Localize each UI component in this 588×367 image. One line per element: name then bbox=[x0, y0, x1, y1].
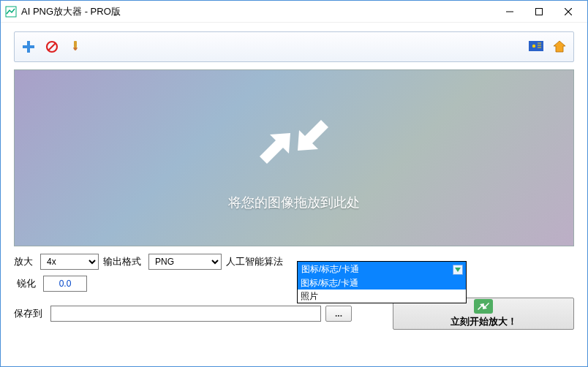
controls-row3: 保存到 ... 立刻开始放大！ bbox=[14, 298, 574, 330]
algorithm-dropdown[interactable]: 图标/标志/卡通 图标/标志/卡通 照片 bbox=[297, 261, 467, 303]
svg-rect-6 bbox=[23, 45, 34, 48]
sharpen-input[interactable] bbox=[43, 276, 87, 292]
format-label: 输出格式 bbox=[103, 255, 144, 268]
svg-rect-10 bbox=[529, 41, 543, 51]
minimize-button[interactable] bbox=[495, 1, 524, 22]
clear-button[interactable] bbox=[44, 39, 60, 55]
enlarge-label: 放大 bbox=[14, 255, 36, 268]
format-select[interactable]: PNG bbox=[148, 254, 222, 270]
brush-button[interactable] bbox=[67, 39, 83, 55]
algorithm-selected-text: 图标/标志/卡通 bbox=[301, 263, 359, 276]
svg-marker-19 bbox=[455, 268, 461, 272]
browse-button[interactable]: ... bbox=[325, 306, 352, 322]
app-window: AI PNG放大器 - PRO版 bbox=[0, 0, 588, 367]
flag-icon bbox=[529, 41, 543, 53]
svg-rect-2 bbox=[536, 8, 543, 15]
home-button[interactable] bbox=[551, 39, 568, 55]
chevron-down-icon bbox=[453, 265, 463, 275]
algorithm-option-icons[interactable]: 图标/标志/卡通 bbox=[298, 276, 466, 290]
svg-line-8 bbox=[48, 43, 56, 50]
title-bar: AI PNG放大器 - PRO版 bbox=[1, 1, 587, 23]
svg-point-11 bbox=[532, 45, 535, 48]
controls-row1: 放大 4x 输出格式 PNG 人工智能算法 bbox=[14, 254, 574, 270]
forbid-icon bbox=[45, 40, 59, 53]
controls-row2: 锐化 bbox=[14, 276, 574, 292]
language-button[interactable] bbox=[528, 39, 544, 55]
algorithm-label: 人工智能算法 bbox=[226, 255, 286, 268]
add-button[interactable] bbox=[20, 39, 37, 55]
app-icon bbox=[5, 6, 17, 18]
expand-arrows-icon bbox=[254, 113, 334, 173]
enlarge-select[interactable]: 4x bbox=[40, 254, 99, 270]
image-drop-zone[interactable]: 将您的图像拖放到此处 bbox=[14, 69, 574, 246]
maximize-button[interactable] bbox=[524, 1, 554, 22]
sharpen-label: 锐化 bbox=[14, 277, 39, 290]
algorithm-selected[interactable]: 图标/标志/卡通 bbox=[298, 262, 466, 276]
svg-marker-16 bbox=[298, 120, 328, 151]
close-button[interactable] bbox=[554, 1, 583, 22]
algorithm-option-photo[interactable]: 照片 bbox=[298, 290, 466, 303]
saveto-label: 保存到 bbox=[14, 307, 46, 320]
dropzone-hint: 将您的图像拖放到此处 bbox=[228, 194, 360, 211]
start-label: 立刻开始放大！ bbox=[451, 315, 517, 328]
home-icon bbox=[552, 39, 567, 54]
content-area: 将您的图像拖放到此处 放大 4x 输出格式 PNG 人工智能算法 锐化 保存到 … bbox=[1, 23, 587, 366]
plus-icon bbox=[21, 39, 36, 54]
saveto-input[interactable] bbox=[50, 306, 321, 322]
svg-rect-9 bbox=[74, 41, 77, 48]
toolbar bbox=[14, 31, 574, 62]
window-title: AI PNG放大器 - PRO版 bbox=[21, 5, 121, 18]
svg-marker-15 bbox=[260, 133, 290, 164]
browse-label: ... bbox=[335, 309, 342, 319]
brush-icon bbox=[69, 40, 82, 53]
enlarge-icon bbox=[474, 299, 493, 314]
